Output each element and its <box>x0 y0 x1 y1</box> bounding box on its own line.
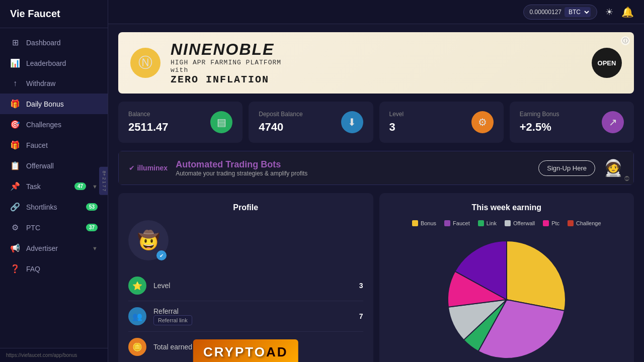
sidebar-item-task[interactable]: 📌 Task 47 ▼ <box>0 176 108 197</box>
bottom-panels-row: Profile 🤠 ✔ ⭐ Level 3 👥 Referral Referra… <box>118 193 634 362</box>
legend-label-ptc: Ptc <box>551 220 559 226</box>
profile-panel-title: Profile <box>128 203 363 212</box>
stat-text-balance: Balance 2511.47 <box>128 111 169 134</box>
illuminex-signup-button[interactable]: Sign-Up Here <box>538 160 595 176</box>
profile-stat-value-referral: 7 <box>359 312 363 320</box>
ninenoble-line2: with <box>171 66 281 74</box>
currency-selector[interactable]: BTC <box>565 7 591 17</box>
legend-label-offerwall: Offerwall <box>513 220 535 226</box>
sidebar-item-withdraw[interactable]: ↑ Withdraw <box>0 73 108 94</box>
sidebar-item-ptc[interactable]: ⚙ PTC 37 <box>0 217 108 238</box>
stat-label-balance: Balance <box>128 111 169 118</box>
ninenoble-line3: ZERO INFLATION <box>171 74 281 85</box>
sidebar-nav: ⊞ Dashboard 📊 Leaderboard ↑ Withdraw 🎁 D… <box>0 28 108 348</box>
legend-label-faucet: Faucet <box>453 220 470 226</box>
profile-stat-icon-referral: 👥 <box>128 307 146 325</box>
stats-cards-row: Balance 2511.47 ▤ Deposit Balance 4740 ⬇… <box>118 102 634 143</box>
stat-card-balance: Balance 2511.47 ▤ <box>118 102 243 143</box>
profile-stat-row-referral: 👥 Referral Referral link 7 <box>128 301 363 332</box>
stat-value-earning: +2.5% <box>520 121 559 134</box>
chart-title: This week earning <box>389 203 624 212</box>
illuminex-title: Automated Trading Bots <box>176 159 307 170</box>
stat-card-level: Level 3 ⚙ <box>379 102 504 143</box>
avatar-emoji: 🤠 <box>137 230 160 251</box>
legend-item-offerwall: Offerwall <box>505 220 535 226</box>
sidebar-item-challenges[interactable]: 🎯 Challenges <box>0 114 108 135</box>
profile-stat-icon-level: ⭐ <box>128 277 146 295</box>
legend-dot-bonus <box>412 220 418 226</box>
legend-dot-ptc <box>543 220 549 226</box>
profile-stat-info-referral: Referral Referral link <box>153 307 352 325</box>
topbar: 0.00000127 BTC ☀ 🔔 <box>108 0 644 24</box>
chevron-advertiser-icon: ▼ <box>92 245 98 251</box>
profile-stats-list: ⭐ Level 3 👥 Referral Referral link 7 🪙 T… <box>128 270 363 362</box>
btc-amount: 0.00000127 <box>530 9 561 16</box>
stat-text-level: Level 3 <box>389 111 404 134</box>
illuminex-close-icon[interactable]: ⓵ <box>624 176 629 182</box>
ninenoble-ad-content: Ⓝ NINENOBLE HIGH APR FARMING PLATFORM wi… <box>118 32 634 94</box>
sidebar-item-daily-bonus[interactable]: 🎁 Daily Bonus <box>0 94 108 114</box>
advertiser-icon: 📢 <box>10 243 20 253</box>
legend-item-link: Link <box>478 220 497 226</box>
shortlinks-icon: 🔗 <box>10 202 20 212</box>
ninenoble-close-icon[interactable]: ⓘ <box>621 36 630 45</box>
sidebar-label-task: Task <box>26 183 66 191</box>
sidebar-item-leaderboard[interactable]: 📊 Leaderboard <box>0 53 108 73</box>
ninenoble-line1: HIGH APR FARMING PLATFORM <box>171 59 281 66</box>
astronaut-icon: 🧑‍🚀 <box>603 158 623 177</box>
profile-stat-label-level: Level <box>153 282 352 290</box>
sidebar-expand-tab[interactable]: 8+ 2 1 7 7 <box>99 167 108 195</box>
referral-link-button[interactable]: Referral link <box>153 315 192 325</box>
sidebar-label-offerwall: Offerwall <box>26 162 98 170</box>
faq-icon: ❓ <box>10 264 20 274</box>
main-content: 0.00000127 BTC ☀ 🔔 Ⓝ NINENOBLE HIGH APR … <box>108 0 644 362</box>
sidebar-item-shortlinks[interactable]: 🔗 Shortlinks 53 <box>0 197 108 217</box>
illuminex-logo-text: illuminex <box>137 164 168 172</box>
url-text: https://viefaucet.com/app/bonus <box>6 352 77 358</box>
badge-shortlinks: 53 <box>86 203 98 211</box>
stat-value-deposit: 4740 <box>259 121 302 134</box>
profile-stat-value-level: 3 <box>359 282 363 290</box>
stat-value-balance: 2511.47 <box>128 121 169 134</box>
illuminex-text: Automated Trading Bots Automate your tra… <box>176 159 307 177</box>
challenges-icon: 🎯 <box>10 120 20 129</box>
legend-dot-challenge <box>568 220 574 226</box>
sidebar-label-leaderboard: Leaderboard <box>26 59 98 67</box>
legend-label-challenge: Challenge <box>576 220 601 226</box>
sidebar-label-withdraw: Withdraw <box>26 79 98 87</box>
stat-icon-level: ⚙ <box>471 111 494 133</box>
sidebar-label-ptc: PTC <box>26 224 78 232</box>
theme-toggle-button[interactable]: ☀ <box>605 7 613 18</box>
notification-button[interactable]: 🔔 <box>621 6 634 18</box>
sidebar-item-dashboard[interactable]: ⊞ Dashboard <box>0 32 108 53</box>
ninenoble-logo: Ⓝ <box>130 48 160 78</box>
legend-dot-offerwall <box>505 220 511 226</box>
offerwall-icon: 📋 <box>10 161 20 170</box>
sidebar-label-dashboard: Dashboard <box>26 39 98 47</box>
app-logo: Vie Faucet <box>0 0 108 28</box>
sidebar-item-faucet[interactable]: 🎁 Faucet <box>0 135 108 155</box>
illuminex-ad-banner: ✔ illuminex Automated Trading Bots Autom… <box>118 151 634 185</box>
ninenoble-text: NINENOBLE HIGH APR FARMING PLATFORM with… <box>171 40 281 85</box>
sidebar-label-faq: FAQ <box>26 265 98 273</box>
legend-item-bonus: Bonus <box>412 220 436 226</box>
sidebar-label-faucet: Faucet <box>26 141 98 149</box>
ninenoble-open-button[interactable]: OPEN <box>592 48 622 78</box>
sidebar-item-advertiser[interactable]: 📢 Advertiser ▼ <box>0 238 108 258</box>
illuminex-logo-wrapper: ✔ illuminex <box>129 163 168 172</box>
chevron-task-icon: ▼ <box>92 184 98 190</box>
sidebar-label-advertiser: Advertiser <box>26 244 86 252</box>
avatar-verified-badge: ✔ <box>156 250 167 260</box>
pie-chart-container <box>389 234 624 362</box>
sidebar-item-offerwall[interactable]: 📋 Offerwall <box>0 155 108 176</box>
illuminex-check-icon: ✔ <box>129 164 135 172</box>
badge-task: 47 <box>74 183 86 190</box>
profile-stat-label-total-earned: Total earned <box>153 343 356 351</box>
stat-text-deposit: Deposit Balance 4740 <box>259 111 302 134</box>
expand-label: 8+ 2 1 7 7 <box>102 171 107 191</box>
leaderboard-icon: 📊 <box>10 58 20 68</box>
stat-card-earning: Earning Bonus +2.5% ↗ <box>510 102 634 143</box>
sidebar-item-faq[interactable]: ❓ FAQ <box>0 258 108 279</box>
stat-icon-balance: ▤ <box>210 111 232 133</box>
profile-stat-icon-total-earned: 🪙 <box>128 338 146 356</box>
